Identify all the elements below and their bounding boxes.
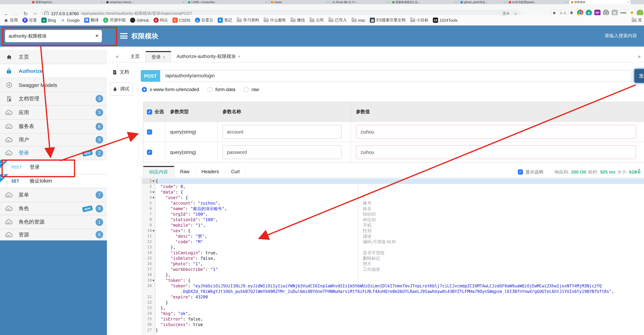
radio-icon[interactable]: [142, 87, 147, 92]
search-input[interactable]: 请输入搜索内容: [604, 33, 637, 39]
param-name-input[interactable]: [222, 145, 342, 159]
fold-caret-icon[interactable]: [152, 280, 154, 282]
globe-extension-icon[interactable]: [586, 10, 592, 16]
menu-toggle-icon[interactable]: [120, 33, 128, 39]
browser-tab[interactable]: hasee×: [269, 0, 331, 4]
radio-icon[interactable]: [208, 87, 213, 92]
bookmark-item[interactable]: 学习资料: [237, 18, 259, 23]
sidebar-api-get-验证token[interactable]: NEWGET验证token: [0, 174, 107, 188]
sidebar-item-主页[interactable]: 主页: [0, 50, 107, 64]
sidebar-item-文档管理[interactable]: 文档管理3: [0, 92, 107, 106]
postman-extension-icon[interactable]: [551, 10, 558, 16]
nav-item-document[interactable]: 文档: [112, 69, 129, 75]
browser-tab[interactable]: LANB—CompoSer...×: [186, 0, 269, 4]
bookmark-item[interactable]: 什么都有: [264, 18, 286, 23]
bookmark-item[interactable]: 241024Tools: [433, 18, 458, 23]
bookmark-item[interactable]: mac: [351, 18, 365, 22]
ring-extension-icon[interactable]: [603, 10, 609, 16]
tab-close-icon[interactable]: ×: [455, 0, 457, 4]
sidebar-item-应用[interactable]: API应用5: [0, 106, 107, 120]
fold-caret-icon[interactable]: [152, 180, 154, 182]
param-name-input[interactable]: [222, 125, 342, 139]
browser-tab[interactable]: 权限模块×: [569, 0, 630, 4]
tab-close-icon[interactable]: ×: [266, 0, 267, 4]
param-value-input[interactable]: [356, 145, 636, 159]
bookmark-item[interactable]: 已导入: [328, 18, 347, 23]
browser-tab[interactable]: 登录/loginUsi...×: [30, 0, 104, 4]
browser-tab[interactable]: temporary-interac...×: [104, 0, 186, 4]
sidebar-item-Swagger Models[interactable]: Swagger Models: [0, 78, 107, 92]
fold-caret-icon[interactable]: [152, 230, 154, 232]
browser-tab[interactable]: github_pash/安全...×: [459, 0, 507, 4]
fold-caret-icon[interactable]: [152, 192, 154, 193]
tab-close-icon[interactable]: ×: [566, 0, 567, 4]
tabs-collapse-icon[interactable]: «: [116, 54, 119, 59]
rp-extension-icon[interactable]: [594, 10, 600, 16]
pinwheel-extension-icon[interactable]: [629, 10, 635, 16]
braces-extension-icon[interactable]: [560, 10, 566, 16]
bookmark-item[interactable]: G码云: [154, 18, 168, 23]
sidebar-item-角色的资源[interactable]: API角色的资源1: [0, 215, 107, 229]
response-tab-Curl[interactable]: Curl: [225, 166, 246, 177]
sidebar-item-用户[interactable]: API用户9: [0, 134, 107, 146]
param-checkbox[interactable]: ✓: [147, 129, 152, 134]
gitzip-extension-icon[interactable]: [620, 10, 626, 16]
browser-tab[interactable]: 国家标准规范汇总...×: [390, 0, 459, 4]
content-type-option[interactable]: form-data: [208, 87, 236, 92]
tab-close-icon[interactable]: ×: [101, 0, 102, 4]
bookmark-item[interactable]: C开源中国: [103, 18, 126, 23]
param-checkbox[interactable]: ✓: [147, 150, 152, 155]
chrome-extension-icon[interactable]: [577, 10, 583, 16]
fullscreen-icon[interactable]: [636, 168, 640, 174]
tab-close-icon[interactable]: ×: [504, 0, 505, 4]
browser-tab[interactable]: en文件处理(pack)...×: [507, 0, 569, 4]
en-translate-extension-icon[interactable]: [568, 10, 575, 16]
tab-close-icon[interactable]: ×: [387, 0, 388, 4]
bookmark-item[interactable]: ▦应用: [4, 18, 18, 23]
other-bookmarks[interactable]: 其: [632, 18, 642, 23]
tab-close-icon[interactable]: ×: [327, 0, 329, 4]
tab-close-icon[interactable]: ×: [238, 54, 240, 59]
module-select[interactable]: authority-权限模块: [5, 30, 102, 42]
bookmark-item[interactable]: bBing: [42, 18, 56, 23]
sidebar-item-菜单[interactable]: API菜单7: [0, 188, 107, 202]
send-button[interactable]: 发: [634, 69, 644, 83]
bookmark-item[interactable]: 百百度: [22, 18, 37, 23]
browser-tab[interactable]: Route 轴<タグ>...×: [331, 0, 390, 4]
tab-close-icon[interactable]: ×: [627, 0, 629, 4]
content-tab-主页[interactable]: 主页: [125, 51, 146, 62]
sidebar-item-角色[interactable]: API角色NEW8: [0, 202, 107, 215]
bookmark-item[interactable]: CCSDN: [172, 18, 190, 23]
tab-close-icon[interactable]: ×: [183, 0, 184, 4]
response-tab-响应内容[interactable]: 响应内容: [143, 166, 174, 177]
select-all-checkbox[interactable]: ✓: [147, 109, 152, 114]
radio-icon[interactable]: [244, 87, 249, 92]
fold-caret-icon[interactable]: [152, 197, 154, 199]
json-response-viewer[interactable]: { "code": 0, "data": { "user": { "accoun…: [156, 178, 644, 335]
sidebar-item-资源[interactable]: API资源6: [0, 229, 107, 240]
m-chevron-extension-icon[interactable]: [612, 10, 618, 16]
bookmark-item[interactable]: ▤ES搜索引擎文档: [370, 18, 406, 23]
content-type-option[interactable]: raw: [244, 87, 259, 92]
content-type-option[interactable]: x-www-form-urlencoded: [142, 87, 199, 92]
bookmark-item[interactable]: GitHub: [130, 18, 149, 23]
bookmark-item[interactable]: ✎笔记: [218, 18, 232, 23]
sidebar-item-登录[interactable]: API登录NEW2: [0, 146, 107, 160]
bookmark-item[interactable]: GGoogle: [60, 18, 80, 23]
nav-item-debug[interactable]: 调试: [110, 82, 133, 96]
bookmark-item[interactable]: 公司: [310, 18, 324, 23]
bookmark-item[interactable]: 微信: [290, 18, 305, 23]
request-url-field[interactable]: /api/authority/anno/login: [160, 70, 632, 82]
bookmark-item[interactable]: 译翻译: [84, 18, 99, 23]
bookmark-item[interactable]: △百度云: [195, 18, 213, 23]
response-tab-Raw[interactable]: Raw: [174, 166, 196, 177]
sidebar-api-post-登录[interactable]: NEWPOST登录: [0, 160, 107, 174]
sidebar-item-Authorize[interactable]: Authorize: [0, 64, 107, 78]
content-tab-Authorize-authority-权限模块[interactable]: Authorize-authority-权限模块×: [171, 51, 246, 62]
response-tab-Headers[interactable]: Headers: [196, 166, 225, 177]
content-tab-登录[interactable]: 登录×: [146, 51, 171, 62]
param-value-input[interactable]: [356, 125, 636, 139]
sidebar-item-服务表[interactable]: API服务表6: [0, 120, 107, 134]
tab-close-icon[interactable]: ×: [163, 55, 165, 60]
bookmark-item[interactable]: 小目标: [410, 18, 428, 23]
